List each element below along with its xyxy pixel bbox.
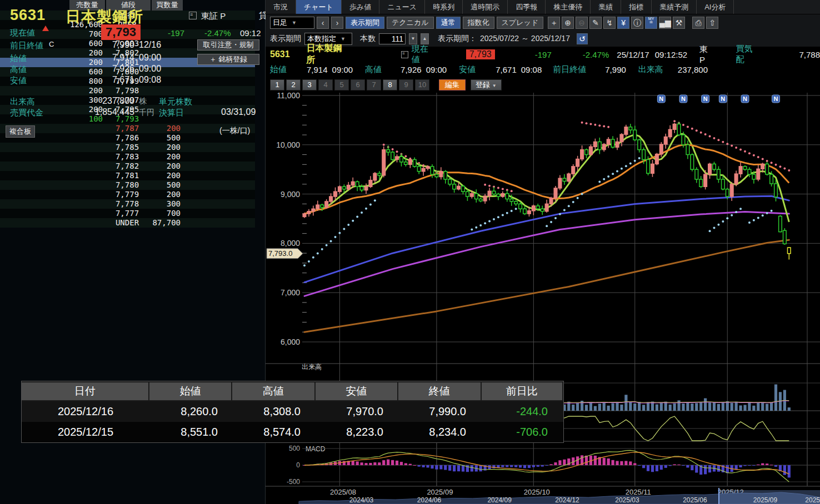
wrench-icon[interactable]: ⚒ (673, 17, 685, 29)
chart-preset-10[interactable]: 10 (415, 79, 429, 90)
order-book-row[interactable]: 7,782200 (0, 162, 255, 171)
buy-qty-cell: 500 (149, 133, 183, 143)
quote-change: -197 (535, 50, 552, 59)
order-book-row[interactable]: 7,778300 (0, 199, 255, 209)
tab-チャート[interactable]: チャート (296, 0, 342, 14)
chart-preset-1[interactable]: 1 (270, 79, 284, 90)
indexed-button[interactable]: 指数化 (463, 17, 494, 29)
order-book-row[interactable]: 7,777700 (0, 209, 255, 218)
next-button[interactable]: › (331, 17, 343, 29)
tooltip-cell: 8,234.0 (398, 426, 481, 439)
chart-preset-row: 12345678910 編集 登録 ▼ (266, 78, 820, 92)
tab-業績[interactable]: 業績 (591, 0, 621, 14)
my-chart-icon[interactable]: MYılı (645, 17, 657, 29)
display-period-button[interactable]: 表示期間 (346, 17, 384, 29)
prev-button[interactable]: ‹ (317, 17, 329, 29)
tooltip-header-4: 終値 (398, 382, 480, 400)
svg-text:-500: -500 (287, 478, 300, 486)
reload-icon[interactable]: ↺ (577, 33, 588, 44)
chart-preset-3[interactable]: 3 (302, 79, 317, 90)
ask-value: 7,788 (799, 50, 820, 59)
tab-指標[interactable]: 指標 (621, 0, 652, 14)
tab-ニュース[interactable]: ニュース (379, 0, 425, 14)
quote-exchange: 東P (699, 44, 712, 64)
zoom-in-icon[interactable]: ⊕ (562, 17, 574, 29)
technical-button[interactable]: テクニカル (387, 17, 434, 29)
price-cell: 7,783 (105, 152, 149, 162)
chart-preset-9[interactable]: 9 (399, 79, 413, 90)
trade-caution-button[interactable]: 取引注意・規制 (197, 39, 259, 51)
tooltip-header-0: 日付 (22, 382, 148, 400)
tab-株主優待[interactable]: 株主優待 (546, 0, 591, 14)
order-book-row[interactable]: 7,779200 (0, 190, 255, 199)
tab-市況[interactable]: 市況 (266, 0, 296, 14)
export-icon[interactable]: ⇧ (706, 17, 718, 29)
area-chart-icon[interactable]: ▄▆ (659, 17, 671, 29)
svg-text:2025/09: 2025/09 (753, 496, 778, 504)
buy-qty-cell: 87,700 (149, 218, 183, 228)
turnover-value: 1,854,445 (81, 107, 134, 117)
order-book-row[interactable]: 7,786500 (0, 133, 255, 143)
tooltip-cell: 8,223.0 (315, 426, 398, 439)
chart-preset-8[interactable]: 8 (383, 79, 397, 90)
price-cell: 7,785 (105, 143, 149, 152)
bars-count-input[interactable] (379, 33, 406, 44)
order-book-row[interactable]: 7,781200 (0, 171, 255, 180)
svg-text:2025/11: 2025/11 (626, 488, 651, 496)
svg-text:2025/10: 2025/10 (524, 488, 550, 496)
tab-AI分析[interactable]: AI分析 (697, 0, 734, 14)
sell-qty-cell (0, 152, 105, 162)
current-price-value: 7,793 (101, 24, 141, 40)
volume-label: 出来高 (10, 97, 35, 107)
prev-close-date: 12/16 (139, 40, 161, 50)
interval-select[interactable]: 日足▼ (270, 17, 314, 29)
tooltip-header-5: 前日比 (482, 382, 562, 400)
price-cell: UNDER (105, 218, 149, 228)
chart-preset-2[interactable]: 2 (286, 79, 301, 90)
tab-業績予測[interactable]: 業績予測 (652, 0, 697, 14)
chart-preset-6[interactable]: 6 (351, 79, 365, 90)
register-button[interactable]: 登録 ▼ (471, 79, 502, 90)
order-book-row[interactable]: 7,785200 (0, 143, 255, 152)
tab-適時開示[interactable]: 適時開示 (463, 0, 508, 14)
chart-preset-7[interactable]: 7 (367, 79, 381, 90)
settlement-value: 03/31,09 (221, 107, 256, 117)
register-stock-button[interactable]: ＋ 銘柄登録 (197, 54, 259, 65)
chevron-down-icon: ▼ (341, 36, 346, 42)
crosshair-icon[interactable]: ＋ (548, 17, 560, 29)
chart-low-value: 7,671 (496, 65, 517, 74)
trendline-icon[interactable]: ↯ (603, 17, 616, 29)
svg-text:N: N (774, 95, 778, 102)
change-pct-value: -2.47% (204, 28, 231, 38)
chart-low-label: 安値 (459, 64, 476, 75)
order-book-row[interactable]: 7,787200 (0, 124, 255, 133)
period-range-value: 2025/07/22 ～ 2025/12/17 (480, 34, 570, 44)
normal-button[interactable]: 通常 (436, 17, 461, 29)
edit-button[interactable]: 編集 (439, 79, 466, 90)
prev-close-flag: C (49, 40, 54, 48)
spinner-down-button[interactable]: ▼ (409, 33, 417, 44)
chart-preset-4[interactable]: 4 (318, 79, 333, 90)
spinner-up-button[interactable]: ▲ (421, 33, 429, 44)
yen-axis-icon[interactable]: ¥ (617, 17, 629, 29)
composite-board-button[interactable]: 複合板 (6, 125, 35, 138)
svg-text:7,000: 7,000 (281, 288, 300, 297)
order-book-row[interactable]: 7,780500 (0, 180, 255, 190)
tab-四季報[interactable]: 四季報 (508, 0, 546, 14)
zoom-out-icon[interactable]: ⊖ (576, 17, 588, 29)
price-cell: 7,778 (105, 199, 149, 209)
info-icon[interactable]: ⓘ (631, 17, 643, 29)
chevron-down-icon: ▼ (292, 20, 297, 26)
order-book-row[interactable]: 7,783200 (0, 152, 255, 162)
chart-preset-5[interactable]: 5 (334, 79, 349, 90)
pencil-icon[interactable]: ✎ (589, 17, 602, 29)
tab-歩み値[interactable]: 歩み値 (342, 0, 379, 14)
buy-qty-cell: 200 (149, 171, 183, 180)
order-book-row[interactable]: UNDER87,700 (0, 218, 255, 228)
low-label: 安値 (10, 75, 27, 86)
spread-button[interactable]: スプレッド (497, 17, 544, 29)
tab-時系列[interactable]: 時系列 (425, 0, 463, 14)
printer-icon[interactable]: ⎙ (692, 17, 704, 29)
unit-shares-label: 単元株数 (159, 97, 192, 107)
order-book-row[interactable]: 2007,798 (0, 86, 255, 95)
